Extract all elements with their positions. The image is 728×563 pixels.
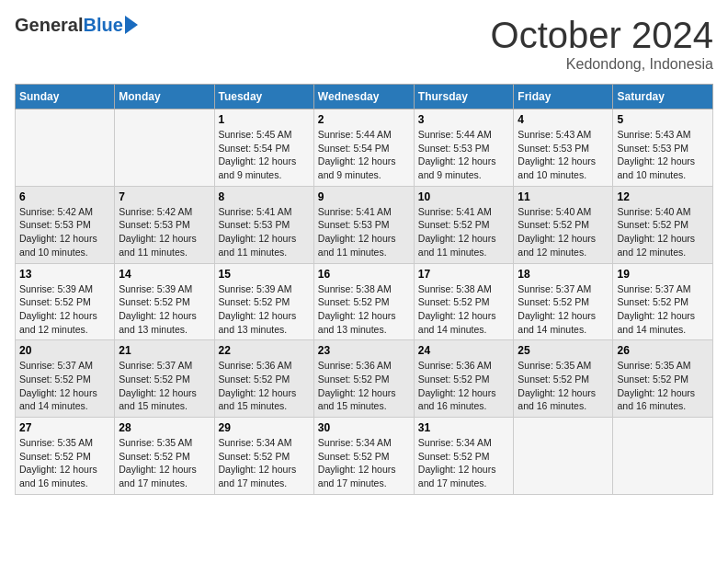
day-number: 16 — [318, 268, 410, 281]
calendar-cell: 4Sunrise: 5:43 AMSunset: 5:53 PMDaylight… — [514, 109, 613, 187]
day-info: Sunrise: 5:34 AMSunset: 5:52 PMDaylight:… — [219, 436, 310, 490]
day-info: Sunrise: 5:42 AMSunset: 5:53 PMDaylight:… — [19, 205, 110, 259]
day-info: Sunrise: 5:38 AMSunset: 5:52 PMDaylight:… — [418, 282, 510, 337]
day-info: Sunrise: 5:39 AMSunset: 5:52 PMDaylight:… — [119, 282, 210, 337]
calendar-cell: 20Sunrise: 5:37 AMSunset: 5:52 PMDayligh… — [16, 340, 115, 418]
calendar-cell: 27Sunrise: 5:35 AMSunset: 5:52 PMDayligh… — [16, 418, 115, 495]
calendar-cell: 6Sunrise: 5:42 AMSunset: 5:53 PMDaylight… — [16, 186, 115, 263]
calendar-cell: 12Sunrise: 5:40 AMSunset: 5:52 PMDayligh… — [613, 186, 713, 263]
calendar-cell: 21Sunrise: 5:37 AMSunset: 5:52 PMDayligh… — [115, 340, 214, 418]
day-number: 19 — [617, 268, 709, 281]
day-number: 7 — [119, 190, 210, 203]
day-number: 2 — [318, 113, 410, 126]
weekday-header: Friday — [514, 85, 613, 109]
day-info: Sunrise: 5:41 AMSunset: 5:53 PMDaylight:… — [219, 205, 310, 259]
day-info: Sunrise: 5:40 AMSunset: 5:52 PMDaylight:… — [518, 205, 609, 259]
day-info: Sunrise: 5:39 AMSunset: 5:52 PMDaylight:… — [219, 282, 310, 337]
day-number: 20 — [19, 344, 110, 357]
day-number: 18 — [518, 268, 609, 281]
weekday-header: Sunday — [16, 85, 115, 109]
day-number: 29 — [219, 421, 310, 434]
weekday-header: Tuesday — [214, 85, 313, 109]
calendar-cell: 7Sunrise: 5:42 AMSunset: 5:53 PMDaylight… — [115, 186, 214, 263]
calendar-cell: 5Sunrise: 5:43 AMSunset: 5:53 PMDaylight… — [613, 109, 713, 187]
day-number: 23 — [318, 344, 410, 357]
day-number: 13 — [19, 268, 110, 281]
day-info: Sunrise: 5:37 AMSunset: 5:52 PMDaylight:… — [617, 282, 709, 337]
day-number: 8 — [219, 190, 310, 203]
calendar-cell: 22Sunrise: 5:36 AMSunset: 5:52 PMDayligh… — [214, 340, 313, 418]
day-number: 9 — [318, 190, 410, 203]
calendar-week-row: 27Sunrise: 5:35 AMSunset: 5:52 PMDayligh… — [16, 418, 713, 495]
day-info: Sunrise: 5:36 AMSunset: 5:52 PMDaylight:… — [418, 359, 510, 413]
day-number: 11 — [518, 190, 609, 203]
calendar-cell: 29Sunrise: 5:34 AMSunset: 5:52 PMDayligh… — [214, 418, 313, 495]
day-info: Sunrise: 5:34 AMSunset: 5:52 PMDaylight:… — [418, 436, 510, 490]
day-number: 21 — [119, 344, 210, 357]
day-number: 22 — [219, 344, 310, 357]
calendar-cell: 1Sunrise: 5:45 AMSunset: 5:54 PMDaylight… — [214, 109, 313, 187]
day-info: Sunrise: 5:43 AMSunset: 5:53 PMDaylight:… — [617, 128, 709, 182]
logo-blue-text: Blue — [83, 15, 122, 36]
day-info: Sunrise: 5:44 AMSunset: 5:54 PMDaylight:… — [318, 128, 410, 182]
calendar-cell: 23Sunrise: 5:36 AMSunset: 5:52 PMDayligh… — [313, 340, 414, 418]
day-number: 1 — [219, 113, 310, 126]
weekday-header: Wednesday — [313, 85, 414, 109]
day-number: 27 — [19, 421, 110, 434]
calendar-cell — [613, 418, 713, 495]
day-number: 5 — [617, 113, 709, 126]
calendar-cell: 11Sunrise: 5:40 AMSunset: 5:52 PMDayligh… — [514, 186, 613, 263]
calendar-cell: 14Sunrise: 5:39 AMSunset: 5:52 PMDayligh… — [115, 263, 214, 340]
calendar-cell: 28Sunrise: 5:35 AMSunset: 5:52 PMDayligh… — [115, 418, 214, 495]
logo: General Blue — [15, 15, 138, 36]
day-info: Sunrise: 5:36 AMSunset: 5:52 PMDaylight:… — [318, 359, 410, 413]
day-info: Sunrise: 5:37 AMSunset: 5:52 PMDaylight:… — [119, 359, 210, 413]
day-number: 12 — [617, 190, 709, 203]
calendar-cell: 25Sunrise: 5:35 AMSunset: 5:52 PMDayligh… — [514, 340, 613, 418]
day-info: Sunrise: 5:35 AMSunset: 5:52 PMDaylight:… — [518, 359, 609, 413]
calendar-header-row: SundayMondayTuesdayWednesdayThursdayFrid… — [16, 85, 713, 109]
day-info: Sunrise: 5:35 AMSunset: 5:52 PMDaylight:… — [19, 436, 110, 490]
weekday-header: Thursday — [414, 85, 514, 109]
weekday-header: Monday — [115, 85, 214, 109]
day-info: Sunrise: 5:36 AMSunset: 5:52 PMDaylight:… — [219, 359, 310, 413]
day-info: Sunrise: 5:37 AMSunset: 5:52 PMDaylight:… — [518, 282, 609, 337]
day-number: 26 — [617, 344, 709, 357]
calendar-cell: 10Sunrise: 5:41 AMSunset: 5:52 PMDayligh… — [414, 186, 514, 263]
calendar-table: SundayMondayTuesdayWednesdayThursdayFrid… — [15, 84, 713, 495]
day-number: 10 — [418, 190, 510, 203]
day-number: 6 — [19, 190, 110, 203]
day-info: Sunrise: 5:42 AMSunset: 5:53 PMDaylight:… — [119, 205, 210, 259]
calendar-cell: 3Sunrise: 5:44 AMSunset: 5:53 PMDaylight… — [414, 109, 514, 187]
day-info: Sunrise: 5:39 AMSunset: 5:52 PMDaylight:… — [19, 282, 110, 337]
location-subtitle: Kedondong, Indonesia — [491, 56, 713, 73]
calendar-cell: 19Sunrise: 5:37 AMSunset: 5:52 PMDayligh… — [613, 263, 713, 340]
day-info: Sunrise: 5:35 AMSunset: 5:52 PMDaylight:… — [617, 359, 709, 413]
title-section: October 2024 Kedondong, Indonesia — [491, 15, 713, 73]
day-info: Sunrise: 5:37 AMSunset: 5:52 PMDaylight:… — [19, 359, 110, 413]
weekday-header: Saturday — [613, 85, 713, 109]
page-header: General Blue October 2024 Kedondong, Ind… — [15, 15, 713, 73]
day-info: Sunrise: 5:34 AMSunset: 5:52 PMDaylight:… — [318, 436, 410, 490]
day-info: Sunrise: 5:41 AMSunset: 5:52 PMDaylight:… — [418, 205, 510, 259]
calendar-week-row: 6Sunrise: 5:42 AMSunset: 5:53 PMDaylight… — [16, 186, 713, 263]
day-number: 28 — [119, 421, 210, 434]
calendar-cell: 26Sunrise: 5:35 AMSunset: 5:52 PMDayligh… — [613, 340, 713, 418]
day-number: 31 — [418, 421, 510, 434]
day-number: 4 — [518, 113, 609, 126]
day-info: Sunrise: 5:35 AMSunset: 5:52 PMDaylight:… — [119, 436, 210, 490]
calendar-cell: 9Sunrise: 5:41 AMSunset: 5:53 PMDaylight… — [313, 186, 414, 263]
calendar-cell: 2Sunrise: 5:44 AMSunset: 5:54 PMDaylight… — [313, 109, 414, 187]
day-info: Sunrise: 5:40 AMSunset: 5:52 PMDaylight:… — [617, 205, 709, 259]
month-title: October 2024 — [491, 15, 713, 56]
logo-arrow-icon — [125, 16, 138, 34]
day-info: Sunrise: 5:43 AMSunset: 5:53 PMDaylight:… — [518, 128, 609, 182]
calendar-week-row: 20Sunrise: 5:37 AMSunset: 5:52 PMDayligh… — [16, 340, 713, 418]
day-number: 14 — [119, 268, 210, 281]
calendar-cell — [514, 418, 613, 495]
day-number: 30 — [318, 421, 410, 434]
calendar-cell: 13Sunrise: 5:39 AMSunset: 5:52 PMDayligh… — [16, 263, 115, 340]
day-info: Sunrise: 5:41 AMSunset: 5:53 PMDaylight:… — [318, 205, 410, 259]
day-number: 17 — [418, 268, 510, 281]
calendar-cell: 8Sunrise: 5:41 AMSunset: 5:53 PMDaylight… — [214, 186, 313, 263]
